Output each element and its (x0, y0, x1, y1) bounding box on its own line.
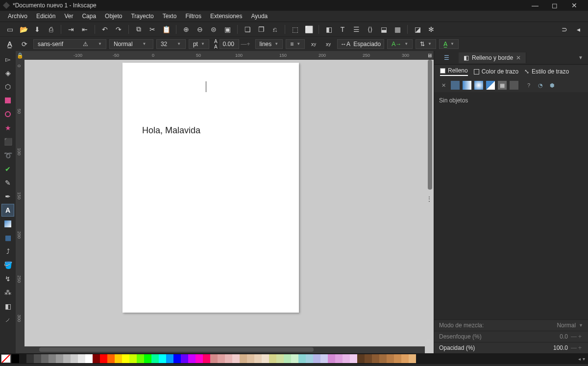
subscript-button[interactable]: xy (322, 38, 334, 50)
node-tool[interactable]: ◈ (1, 67, 14, 79)
shape-builder-tool[interactable]: ⬡ (1, 80, 14, 93)
color-swatch[interactable] (181, 354, 188, 363)
text-tool[interactable]: A (1, 204, 14, 217)
menu-archivo[interactable]: Archivo (4, 12, 31, 21)
pattern-button[interactable]: ▦ (498, 81, 507, 90)
color-swatch[interactable] (357, 354, 365, 363)
color-swatch[interactable] (210, 354, 218, 363)
color-swatch[interactable] (188, 354, 196, 363)
color-swatch[interactable] (56, 354, 63, 363)
canvas-text[interactable]: Hola, Malavida (142, 125, 200, 136)
font-size-dropdown[interactable]: 32 ▼ (156, 39, 186, 49)
color-swatch[interactable] (137, 354, 144, 363)
font-select-button[interactable]: A̲ (4, 38, 16, 50)
horizontal-scrollbar[interactable] (24, 346, 425, 353)
minimize-button[interactable]: — (525, 1, 545, 9)
color-swatch[interactable] (232, 354, 240, 363)
unit-dropdown[interactable]: pt ▼ (189, 39, 209, 49)
open-button[interactable]: 📂 (18, 24, 29, 35)
color-swatch[interactable] (409, 354, 416, 363)
color-swatch[interactable] (144, 354, 151, 363)
line-mode-dropdown[interactable]: lines ▼ (255, 39, 283, 49)
color-swatch[interactable] (71, 354, 78, 363)
layers-button[interactable]: ☰ (350, 24, 362, 35)
color-swatch[interactable] (284, 354, 291, 363)
stepper-icon[interactable]: —+ (571, 333, 583, 340)
color-swatch[interactable] (394, 354, 401, 363)
line-height-control[interactable]: AA 0.00 —+ (212, 38, 252, 50)
color-swatch[interactable] (372, 354, 379, 363)
color-swatch[interactable] (41, 354, 49, 363)
color-swatch[interactable] (247, 354, 254, 363)
shield-icon[interactable]: ⬢ (548, 81, 557, 90)
color-swatch[interactable] (129, 354, 137, 363)
opacity-row[interactable]: Opacidad (%) 100.0 —+ (434, 342, 588, 353)
palette-left-icon[interactable]: ◂ (578, 356, 581, 362)
menu-trayecto[interactable]: Trayecto (127, 12, 157, 21)
rect-tool[interactable] (1, 94, 14, 107)
dup-button[interactable]: ❏ (242, 24, 253, 35)
vertical-scrollbar[interactable] (428, 60, 432, 190)
color-swatch[interactable] (63, 354, 71, 363)
calligraphy-tool[interactable]: ✒ (1, 190, 14, 203)
zoom-draw-button[interactable]: ⊖ (194, 24, 206, 35)
text-dialog-button[interactable]: T (337, 24, 348, 35)
save-button[interactable]: ⬇ (31, 24, 43, 35)
stepper-icon[interactable]: —+ (571, 344, 583, 351)
dropper-tool[interactable]: ⤴ (1, 245, 14, 258)
mesh-gradient-button[interactable] (486, 81, 495, 90)
paste-button[interactable]: 📋 (160, 24, 172, 35)
color-swatch[interactable] (49, 354, 56, 363)
color-swatch[interactable] (254, 354, 262, 363)
font-style-dropdown[interactable]: Normal ▼ (109, 39, 153, 49)
stroke-style-subtab[interactable]: ⤡Estilo de trazo (524, 68, 569, 75)
selectors-button[interactable]: ◪ (412, 24, 423, 35)
text-dir-dropdown[interactable]: A̲ ▼ (439, 39, 459, 49)
bezier-tool[interactable]: ✔ (1, 163, 14, 175)
color-swatch[interactable] (379, 354, 387, 363)
color-swatch[interactable] (107, 354, 115, 363)
selector-tool[interactable]: ▻ (1, 53, 14, 66)
ungroup-button[interactable]: ⬜ (303, 24, 315, 35)
color-swatch[interactable] (343, 354, 350, 363)
text-align-dropdown[interactable]: ≡ ▼ (286, 39, 305, 49)
fill-subtab[interactable]: Relleno (440, 67, 468, 76)
mesh-tool[interactable]: ▦ (1, 231, 14, 244)
radial-gradient-button[interactable] (474, 81, 483, 90)
writing-mode-dropdown[interactable]: A→ ▼ (387, 39, 413, 49)
ruler-horizontal[interactable]: -100-50050100150200250300 (24, 51, 425, 60)
clock-icon[interactable]: ◔ (536, 81, 545, 90)
new-doc-button[interactable]: ▭ (4, 24, 16, 35)
maximize-button[interactable]: ◻ (545, 1, 564, 9)
pencil-tool[interactable]: ✎ (1, 176, 14, 189)
panel-grip-icon[interactable]: ⋮ (426, 198, 433, 200)
zoom-page-button[interactable]: ⊜ (208, 24, 220, 35)
ellipse-tool[interactable] (1, 108, 14, 121)
prefs-button[interactable]: ✻ (425, 24, 437, 35)
canvas[interactable]: Hola, Malavida (24, 60, 425, 344)
unknown-paint-button[interactable]: ? (524, 81, 533, 90)
snap-button[interactable]: ⊃ (559, 24, 570, 35)
align-button[interactable]: ⬓ (378, 24, 390, 35)
color-managed-icon[interactable]: ⊗ (426, 337, 434, 345)
connector-tool[interactable]: ⟋ (1, 314, 14, 326)
objects-tab[interactable]: ☰ (434, 51, 459, 64)
color-swatch[interactable] (262, 354, 269, 363)
color-swatch[interactable] (335, 354, 343, 363)
transform-button[interactable]: ▦ (392, 24, 403, 35)
color-swatch[interactable] (173, 354, 181, 363)
color-swatch[interactable] (159, 354, 166, 363)
unlink-button[interactable]: ⎌ (269, 24, 281, 35)
print-button[interactable]: ⎙ (45, 24, 57, 35)
menu-texto[interactable]: Texto (159, 12, 181, 21)
spray-tool[interactable]: ⁂ (1, 286, 14, 299)
eraser-tool[interactable]: ◧ (1, 300, 14, 313)
ruler-vertical[interactable]: 050100150200250300 (16, 60, 24, 353)
orientation-dropdown[interactable]: ⇅ ▼ (416, 39, 436, 49)
menu-edición[interactable]: Edición (32, 12, 59, 21)
color-swatch[interactable] (85, 354, 93, 363)
color-swatch[interactable] (269, 354, 276, 363)
color-swatch[interactable] (196, 354, 203, 363)
swatch-button[interactable] (510, 81, 518, 90)
color-swatch[interactable] (203, 354, 210, 363)
